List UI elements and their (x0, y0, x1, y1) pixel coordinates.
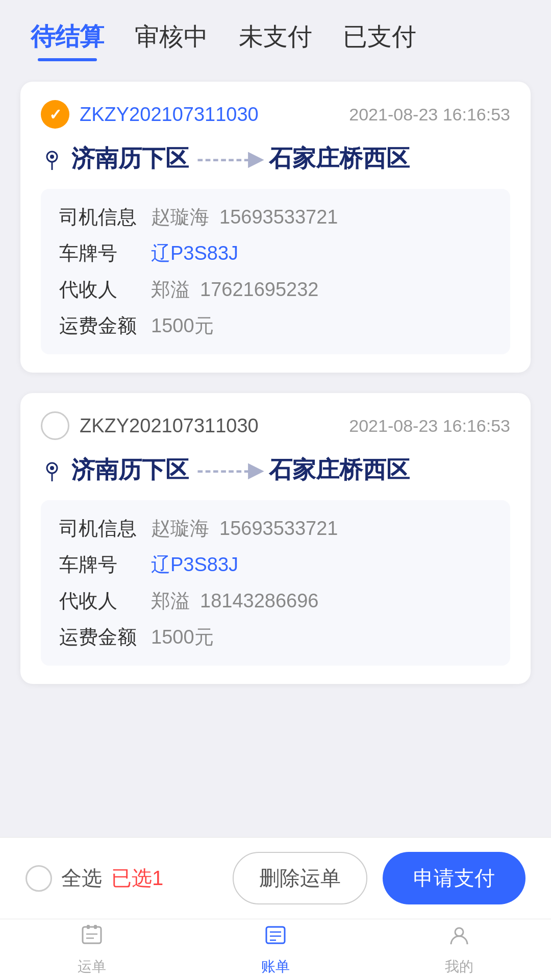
card-2-freight: 1500元 (151, 624, 214, 650)
bottom-nav: 运单 账单 我的 (0, 919, 551, 980)
nav-mine[interactable]: 我的 (445, 923, 473, 976)
svg-rect-6 (83, 927, 101, 943)
card-2-plate: 辽P3S83J (151, 552, 238, 578)
card-2-order-id: ZKZY202107311030 (80, 415, 259, 437)
card-2-header: ZKZY202107311030 2021-08-23 16:16:53 (41, 411, 510, 440)
card-2-destination: 石家庄桥西区 (269, 454, 410, 486)
route-arrow-2: - - - - - - -▶ (197, 459, 261, 481)
card-1-destination: 石家庄桥西区 (269, 143, 410, 175)
card-1-freight-row: 运费金额 1500元 (59, 313, 492, 339)
nav-mine-label: 我的 (445, 957, 473, 976)
order-card-1: ✓ ZKZY202107311030 2021-08-23 16:16:53 济… (20, 82, 531, 373)
card-1-receiver-name: 郑溢 (151, 277, 190, 303)
card-2-driver-phone: 15693533721 (219, 518, 338, 540)
card-2-plate-row: 车牌号 辽P3S83J (59, 552, 492, 578)
card-1-receiver-phone: 17621695232 (200, 279, 318, 301)
card-2-receiver-row: 代收人 郑溢 18143286696 (59, 588, 492, 614)
svg-point-1 (50, 155, 54, 159)
card-1-header: ✓ ZKZY202107311030 2021-08-23 16:16:53 (41, 100, 510, 129)
nav-waybill[interactable]: 运单 (78, 923, 106, 976)
card-1-receiver-row: 代收人 郑溢 17621695232 (59, 277, 492, 303)
svg-rect-8 (94, 925, 97, 929)
waybill-icon (80, 923, 104, 953)
svg-point-15 (455, 928, 463, 936)
tab-unpaid[interactable]: 未支付 (239, 20, 312, 61)
card-1-plate-row: 车牌号 辽P3S83J (59, 240, 492, 266)
card-1-plate: 辽P3S83J (151, 240, 238, 266)
card-2-receiver-label: 代收人 (59, 588, 151, 614)
card-2-receiver-name: 郑溢 (151, 588, 190, 614)
location-icon (41, 148, 63, 170)
order-card-2: ZKZY202107311030 2021-08-23 16:16:53 济南历… (20, 393, 531, 684)
svg-point-4 (50, 466, 54, 470)
delete-waybill-button[interactable]: 删除运单 (233, 852, 367, 904)
nav-account-label: 账单 (261, 957, 290, 976)
tab-pending[interactable]: 待结算 (31, 20, 104, 61)
card-1-checkbox[interactable]: ✓ (41, 100, 69, 129)
apply-payment-button[interactable]: 申请支付 (383, 852, 525, 904)
card-1-driver-phone: 15693533721 (219, 206, 338, 228)
card-2-receiver-phone: 18143286696 (200, 590, 318, 612)
card-2-driver-label: 司机信息 (59, 516, 151, 542)
tab-paid[interactable]: 已支付 (343, 20, 416, 61)
card-1-driver-name: 赵璇海 (151, 204, 209, 230)
tab-bar: 待结算 审核中 未支付 已支付 (0, 0, 551, 61)
card-1-driver-row: 司机信息 赵璇海 15693533721 (59, 204, 492, 230)
card-list: ✓ ZKZY202107311030 2021-08-23 16:16:53 济… (0, 61, 551, 684)
card-2-checkbox[interactable] (41, 411, 69, 440)
route-arrow-1: - - - - - - -▶ (197, 148, 261, 170)
check-icon: ✓ (49, 106, 62, 124)
card-2-plate-label: 车牌号 (59, 552, 151, 578)
card-1-order-id: ZKZY202107311030 (80, 104, 259, 126)
svg-rect-7 (87, 925, 90, 929)
nav-account[interactable]: 账单 (261, 923, 290, 976)
card-1-plate-label: 车牌号 (59, 240, 151, 266)
select-all-checkbox[interactable] (26, 865, 52, 892)
card-1-info: 司机信息 赵璇海 15693533721 车牌号 辽P3S83J 代收人 郑溢 … (41, 189, 510, 354)
card-2-freight-row: 运费金额 1500元 (59, 624, 492, 650)
mine-icon (447, 923, 471, 953)
selected-count: 已选1 (111, 864, 163, 892)
card-1-freight-label: 运费金额 (59, 313, 151, 339)
account-icon (263, 923, 288, 953)
card-2-driver-row: 司机信息 赵璇海 15693533721 (59, 516, 492, 542)
card-1-origin: 济南历下区 (71, 143, 189, 175)
select-all-area: 全选 已选1 (26, 864, 163, 892)
card-2-freight-label: 运费金额 (59, 624, 151, 650)
card-2-route: 济南历下区 - - - - - - -▶ 石家庄桥西区 (41, 454, 510, 486)
tab-reviewing[interactable]: 审核中 (135, 20, 208, 61)
card-2-origin: 济南历下区 (71, 454, 189, 486)
card-1-date: 2021-08-23 16:16:53 (349, 105, 510, 125)
card-2-date: 2021-08-23 16:16:53 (349, 416, 510, 436)
card-2-info: 司机信息 赵璇海 15693533721 车牌号 辽P3S83J 代收人 郑溢 … (41, 500, 510, 666)
card-1-driver-label: 司机信息 (59, 204, 151, 230)
card-2-driver-name: 赵璇海 (151, 516, 209, 542)
bottom-action-bar: 全选 已选1 删除运单 申请支付 (0, 837, 551, 919)
card-1-freight: 1500元 (151, 313, 214, 339)
select-all-label: 全选 (61, 864, 102, 892)
nav-waybill-label: 运单 (78, 957, 106, 976)
card-1-route: 济南历下区 - - - - - - -▶ 石家庄桥西区 (41, 143, 510, 175)
action-buttons: 删除运单 申请支付 (233, 852, 525, 904)
location-icon-2 (41, 459, 63, 481)
card-1-receiver-label: 代收人 (59, 277, 151, 303)
